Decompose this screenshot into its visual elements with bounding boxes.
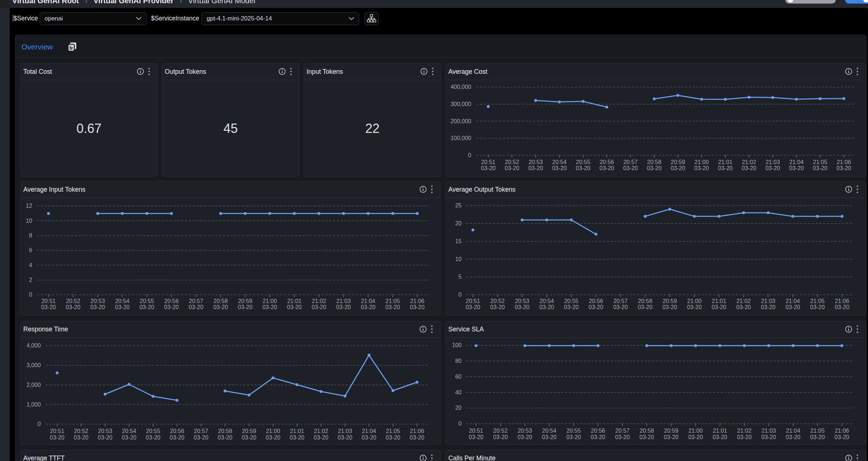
svg-text:21:01: 21:01 (712, 298, 726, 304)
svg-text:20:59: 20:59 (671, 159, 685, 165)
svg-text:03-20: 03-20 (687, 304, 702, 310)
svg-text:03-20: 03-20 (662, 304, 677, 310)
svg-text:21:05: 21:05 (386, 298, 400, 304)
svg-text:03-20: 03-20 (218, 434, 232, 441)
svg-text:03-20: 03-20 (314, 434, 328, 441)
svg-text:03-20: 03-20 (490, 304, 505, 310)
svg-text:5: 5 (458, 274, 462, 280)
svg-text:21:05: 21:05 (813, 159, 827, 165)
svg-text:03-20: 03-20 (66, 304, 81, 310)
svg-text:03-20: 03-20 (786, 434, 800, 440)
svg-text:21:03: 21:03 (766, 159, 780, 165)
svg-text:40: 40 (455, 389, 462, 395)
svg-text:21:02: 21:02 (742, 159, 756, 165)
svg-text:20:55: 20:55 (140, 298, 154, 304)
svg-text:03-20: 03-20 (290, 434, 304, 441)
svg-text:0: 0 (29, 292, 32, 298)
svg-text:03-20: 03-20 (122, 434, 136, 441)
svg-text:03-20: 03-20 (528, 165, 543, 171)
svg-text:21:03: 21:03 (762, 428, 776, 434)
svg-text:21:05: 21:05 (810, 298, 825, 304)
svg-text:3,000: 3,000 (26, 362, 41, 368)
svg-text:20:54: 20:54 (542, 428, 556, 434)
svg-text:20:57: 20:57 (189, 298, 203, 304)
svg-text:20:51: 20:51 (469, 428, 483, 434)
svg-text:03-20: 03-20 (466, 304, 480, 310)
svg-text:10: 10 (455, 256, 462, 262)
svg-text:20:52: 20:52 (66, 298, 80, 304)
svg-text:03-20: 03-20 (386, 434, 400, 441)
svg-text:200,000: 200,000 (450, 118, 471, 124)
svg-text:20: 20 (455, 405, 462, 411)
svg-text:03-20: 03-20 (761, 434, 776, 440)
svg-text:03-20: 03-20 (638, 304, 652, 310)
svg-text:20:57: 20:57 (194, 428, 208, 434)
svg-text:03-20: 03-20 (718, 165, 733, 171)
svg-text:03-20: 03-20 (312, 304, 326, 310)
svg-text:20:55: 20:55 (566, 428, 581, 434)
svg-text:21:00: 21:00 (687, 298, 701, 304)
svg-text:03-20: 03-20 (469, 434, 483, 440)
svg-text:20:52: 20:52 (493, 428, 508, 434)
svg-text:21:02: 21:02 (737, 428, 752, 434)
svg-text:100: 100 (452, 342, 462, 348)
svg-text:20:59: 20:59 (238, 298, 252, 304)
svg-text:03-20: 03-20 (599, 165, 614, 171)
svg-text:20:56: 20:56 (591, 428, 605, 434)
svg-text:03-20: 03-20 (566, 434, 581, 440)
svg-text:20:57: 20:57 (623, 159, 638, 165)
svg-text:21:03: 21:03 (336, 298, 351, 304)
svg-text:21:00: 21:00 (694, 159, 709, 165)
svg-text:03-20: 03-20 (589, 304, 603, 310)
svg-text:03-20: 03-20 (786, 304, 800, 310)
svg-text:21:03: 21:03 (761, 298, 775, 304)
svg-text:21:00: 21:00 (266, 428, 280, 434)
svg-text:03-20: 03-20 (517, 434, 532, 440)
svg-text:03-20: 03-20 (835, 304, 849, 310)
svg-text:03-20: 03-20 (338, 434, 352, 441)
svg-text:03-20: 03-20 (542, 434, 556, 440)
svg-text:15: 15 (455, 238, 462, 244)
svg-text:20:51: 20:51 (50, 428, 64, 434)
svg-text:03-20: 03-20 (385, 304, 400, 310)
svg-text:03-20: 03-20 (835, 434, 849, 440)
svg-text:20:57: 20:57 (615, 428, 630, 434)
svg-text:03-20: 03-20 (742, 165, 756, 171)
svg-text:20:53: 20:53 (529, 159, 543, 165)
svg-text:0: 0 (38, 421, 41, 427)
svg-text:2,000: 2,000 (26, 382, 41, 388)
svg-text:03-20: 03-20 (761, 304, 776, 310)
svg-text:21:06: 21:06 (835, 298, 849, 304)
svg-text:21:00: 21:00 (688, 428, 703, 434)
svg-text:20:53: 20:53 (91, 298, 105, 304)
svg-text:12: 12 (26, 203, 32, 209)
svg-text:4: 4 (29, 262, 32, 268)
svg-text:03-20: 03-20 (262, 304, 277, 310)
svg-text:03-20: 03-20 (576, 165, 590, 171)
svg-text:03-20: 03-20 (810, 434, 825, 440)
svg-text:21:06: 21:06 (835, 428, 849, 434)
svg-text:03-20: 03-20 (623, 165, 638, 171)
svg-text:21:06: 21:06 (836, 159, 851, 165)
svg-text:0: 0 (458, 421, 462, 427)
svg-text:21:04: 21:04 (789, 159, 804, 165)
svg-text:20:59: 20:59 (242, 428, 256, 434)
svg-text:03-20: 03-20 (170, 434, 184, 441)
svg-text:03-20: 03-20 (736, 304, 751, 310)
svg-text:20:57: 20:57 (613, 298, 628, 304)
svg-text:03-20: 03-20 (115, 304, 130, 310)
svg-text:03-20: 03-20 (146, 434, 160, 441)
svg-text:20:59: 20:59 (664, 428, 678, 434)
svg-text:21:04: 21:04 (361, 298, 375, 304)
svg-text:20:58: 20:58 (640, 428, 654, 434)
svg-text:03-20: 03-20 (361, 304, 376, 310)
svg-text:21:00: 21:00 (262, 298, 277, 304)
svg-text:20:54: 20:54 (122, 428, 136, 434)
svg-text:20:58: 20:58 (638, 298, 652, 304)
svg-text:03-20: 03-20 (789, 165, 804, 171)
svg-text:03-20: 03-20 (664, 434, 679, 440)
svg-text:20:55: 20:55 (564, 298, 578, 304)
svg-text:03-20: 03-20 (688, 434, 703, 440)
svg-text:03-20: 03-20 (50, 434, 64, 441)
svg-text:21:01: 21:01 (290, 428, 304, 434)
